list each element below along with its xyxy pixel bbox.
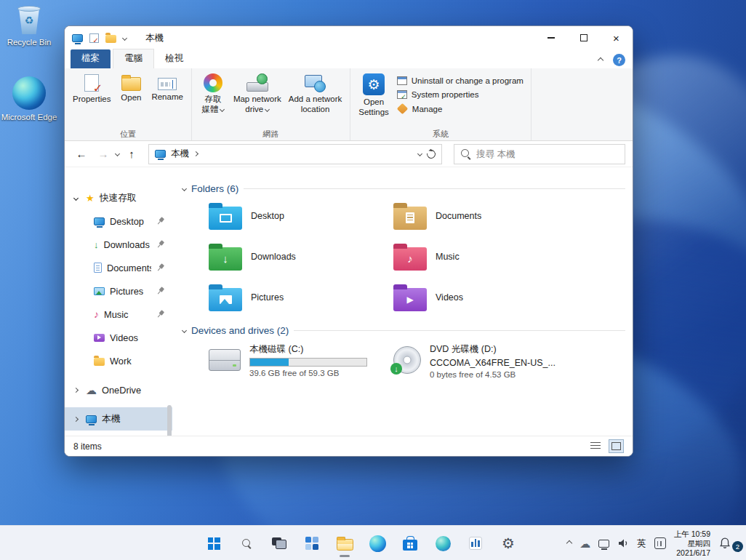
this-pc-icon bbox=[155, 150, 166, 158]
sidebar-item-music[interactable]: ♪ Music bbox=[65, 303, 172, 326]
drive-c-tile[interactable]: 本機磁碟 (C:) 39.6 GB free of 59.3 GB bbox=[209, 343, 393, 379]
breadcrumb[interactable]: 本機 bbox=[171, 148, 189, 160]
back-button[interactable]: ← bbox=[72, 148, 91, 160]
store-button[interactable] bbox=[396, 529, 425, 558]
taskbar: ⚙ ☁ 英 上午 10:59 星期四 2021/6/17 bbox=[0, 525, 746, 560]
collapse-section-chevron[interactable] bbox=[182, 186, 187, 191]
sidebar-item-work[interactable]: Work bbox=[65, 349, 172, 372]
network-tray-icon[interactable] bbox=[598, 540, 609, 548]
volume-tray-icon[interactable] bbox=[617, 537, 629, 549]
forward-button[interactable]: → bbox=[94, 148, 113, 160]
address-dropdown-chevron[interactable] bbox=[417, 151, 422, 156]
manage-button[interactable]: Manage bbox=[397, 104, 524, 113]
drives-row: 本機磁碟 (C:) 39.6 GB free of 59.3 GB ↓ DVD … bbox=[209, 343, 625, 379]
sidebar-item-documents[interactable]: Documents bbox=[65, 256, 172, 279]
help-button[interactable]: ? bbox=[613, 54, 625, 66]
folder-tile-music[interactable]: ♪ Music bbox=[393, 242, 578, 271]
open-button[interactable]: Open bbox=[114, 72, 148, 105]
drive-d-tile[interactable]: ↓ DVD 光碟機 (D:) CCCOMA_X64FRE_EN-US_... 0… bbox=[393, 343, 578, 379]
minimize-button[interactable] bbox=[534, 26, 567, 49]
navigation-pane: ★ 快速存取 Desktop ↓ Downloads Documents bbox=[65, 167, 172, 436]
collapse-ribbon-chevron[interactable] bbox=[598, 57, 603, 63]
file-explorer-button[interactable] bbox=[330, 529, 359, 558]
clock[interactable]: 上午 10:59 星期四 2021/6/17 bbox=[674, 529, 710, 558]
desktop-icon-recycle-bin[interactable]: ♻ Recycle Bin bbox=[1, 6, 57, 47]
desktop-icon-edge[interactable]: Microsoft Edge bbox=[1, 76, 57, 122]
ime-mode-button[interactable] bbox=[654, 537, 666, 549]
rename-button[interactable]: Rename bbox=[148, 72, 186, 104]
open-folder-icon bbox=[121, 77, 141, 91]
icon-label: Microsoft Edge bbox=[1, 112, 57, 122]
add-network-location-icon bbox=[304, 73, 326, 92]
language-indicator[interactable]: 英 bbox=[637, 537, 646, 550]
add-network-location-button[interactable]: Add a network location bbox=[285, 72, 346, 116]
edge-button[interactable] bbox=[363, 529, 392, 558]
edge-icon bbox=[369, 535, 386, 552]
section-divider bbox=[294, 330, 625, 331]
qat-customize-chevron[interactable] bbox=[122, 35, 127, 40]
chevron-right-icon[interactable] bbox=[193, 151, 198, 156]
chevron-up-icon bbox=[566, 540, 572, 546]
this-pc-icon bbox=[72, 34, 83, 42]
title-bar[interactable]: 本機 × bbox=[65, 26, 633, 49]
settings-button[interactable]: ⚙ bbox=[494, 529, 523, 558]
browser-orb-button[interactable] bbox=[428, 529, 457, 558]
collapse-section-chevron[interactable] bbox=[182, 328, 187, 333]
chevron-right-icon[interactable] bbox=[73, 416, 78, 421]
status-bar: 8 items bbox=[65, 436, 633, 456]
tab-computer[interactable]: 電腦 bbox=[113, 49, 154, 68]
sidebar-item-quick-access[interactable]: ★ 快速存取 bbox=[65, 186, 172, 209]
tray-expand-button[interactable] bbox=[567, 541, 571, 545]
details-view-button[interactable] bbox=[588, 440, 603, 452]
folder-tile-documents[interactable]: Documents bbox=[393, 201, 578, 231]
properties-qat-icon[interactable] bbox=[89, 33, 99, 43]
notification-button[interactable]: 2 bbox=[718, 532, 740, 554]
sidebar-item-downloads[interactable]: ↓ Downloads bbox=[65, 233, 172, 256]
monitor-glyph bbox=[220, 214, 232, 223]
music-folder-icon: ♪ bbox=[393, 247, 427, 271]
tab-view[interactable]: 檢視 bbox=[154, 49, 194, 68]
sidebar-item-pictures[interactable]: Pictures bbox=[65, 279, 172, 303]
group-label-location: 位置 bbox=[65, 129, 191, 140]
map-network-drive-button[interactable]: Map network drive bbox=[230, 72, 285, 116]
folder-tile-desktop[interactable]: Desktop bbox=[209, 201, 393, 231]
chevron-right-icon[interactable] bbox=[73, 387, 78, 392]
sidebar-item-onedrive[interactable]: ☁ OneDrive bbox=[65, 378, 172, 401]
open-settings-button[interactable]: ⚙ Open Settings bbox=[355, 72, 393, 119]
task-view-button[interactable] bbox=[265, 529, 294, 558]
folder-tile-pictures[interactable]: Pictures bbox=[209, 283, 393, 312]
address-bar[interactable]: 本機 bbox=[148, 144, 442, 164]
speaker-icon bbox=[617, 537, 629, 549]
system-properties-button[interactable]: System properties bbox=[397, 90, 524, 99]
disk-usage-fill bbox=[250, 359, 289, 366]
chevron-down-icon[interactable] bbox=[73, 195, 78, 200]
close-button[interactable]: × bbox=[600, 26, 633, 49]
folder-tile-videos[interactable]: ▶ Videos bbox=[393, 283, 578, 312]
sidebar-item-desktop[interactable]: Desktop bbox=[65, 209, 172, 233]
refresh-icon[interactable] bbox=[425, 148, 438, 160]
search-input[interactable] bbox=[476, 149, 619, 159]
onedrive-tray-icon[interactable]: ☁ bbox=[579, 538, 590, 549]
taskbar-search-button[interactable] bbox=[232, 529, 261, 558]
new-folder-qat-icon[interactable] bbox=[105, 35, 116, 43]
folders-section-header[interactable]: Folders (6) bbox=[183, 183, 625, 194]
sidebar-item-this-pc[interactable]: 本機 bbox=[65, 407, 172, 431]
search-icon bbox=[241, 538, 252, 549]
widgets-button[interactable] bbox=[297, 529, 326, 558]
access-media-button[interactable]: 存取 媒體 bbox=[196, 72, 230, 116]
thumbnail-view-button[interactable] bbox=[609, 439, 624, 453]
search-box[interactable] bbox=[454, 144, 625, 164]
sidebar-item-videos[interactable]: Videos bbox=[65, 326, 172, 349]
widgets-icon bbox=[305, 537, 318, 550]
tab-file[interactable]: 檔案 bbox=[71, 49, 111, 68]
quick-access-toolbar bbox=[72, 33, 127, 43]
properties-button[interactable]: Properties bbox=[69, 72, 114, 106]
activity-app-button[interactable] bbox=[461, 529, 490, 558]
uninstall-program-button[interactable]: Uninstall or change a program bbox=[397, 76, 524, 85]
maximize-button[interactable] bbox=[567, 26, 600, 49]
start-button[interactable] bbox=[199, 529, 228, 558]
recent-locations-chevron[interactable] bbox=[115, 151, 120, 156]
up-button[interactable]: ↑ bbox=[122, 148, 141, 160]
devices-section-header[interactable]: Devices and drives (2) bbox=[183, 325, 625, 336]
folder-tile-downloads[interactable]: ↓ Downloads bbox=[209, 242, 393, 271]
